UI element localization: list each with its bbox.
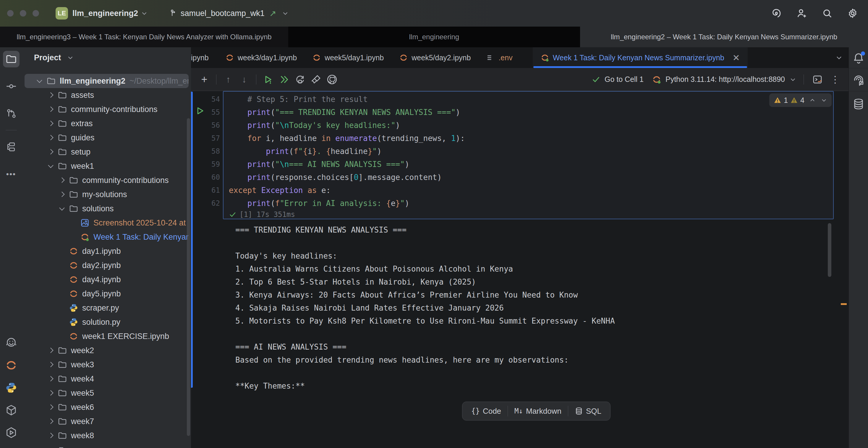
ai-chat-icon (852, 73, 865, 86)
tree-item-community-contributions[interactable]: community-contributions (22, 102, 191, 117)
close-window-button[interactable] (7, 10, 13, 17)
add-code-cell-button[interactable]: {} Code (465, 402, 507, 420)
notifications-button[interactable] (851, 51, 866, 65)
folder-icon (58, 90, 67, 100)
code-cell[interactable]: # Step 5: Print the result print("=== TR… (223, 91, 834, 219)
tree-item-week1-exercise[interactable]: week1 EXERCISE.ipynb (22, 329, 191, 343)
tree-item-week1-community-contributions[interactable]: community-contributions (22, 173, 191, 187)
tree-item-screenshot[interactable]: Screenshot 2025-10-24 at (22, 216, 191, 230)
tree-item-day1[interactable]: day1.ipynb (22, 244, 191, 258)
hugging-face-tool-button[interactable] (4, 336, 18, 350)
tree-item-root[interactable]: llm_engineering2 ~/Desktop/llm_en (25, 74, 189, 88)
inspections-widget[interactable]: 1 4 (769, 93, 832, 107)
tree-item-day4[interactable]: day4.ipynb (22, 273, 191, 287)
line-number: 62 (199, 197, 220, 210)
search-everywhere-button[interactable] (821, 7, 834, 20)
jupyter-notebook-icon (540, 53, 549, 62)
python-console-tool-button[interactable] (4, 381, 18, 395)
editor-tab-week5-day2[interactable]: week5/day2.ipynb (392, 47, 478, 68)
editor-scrollbar[interactable] (828, 223, 831, 277)
structure-tool-button[interactable] (3, 138, 20, 155)
folder-icon (58, 133, 67, 142)
tree-item-week1-task-notebook[interactable]: Week 1 Task: Daily Kenyar (22, 230, 191, 244)
add-sql-cell-button[interactable]: SQL (568, 402, 608, 420)
tree-item-week2[interactable]: week2 (22, 343, 191, 358)
python-packages-tool-button[interactable] (4, 403, 18, 417)
editor-tab-week5-day1[interactable]: week5/day1.ipynb (305, 47, 392, 68)
goto-cell-button[interactable]: Go to Cell 1 (604, 75, 644, 84)
code-with-me-button[interactable] (795, 7, 808, 20)
tree-item-env[interactable]: .env (22, 443, 191, 448)
restart-kernel-button[interactable] (293, 73, 307, 86)
ai-spiral-icon (770, 7, 782, 19)
window-tab-llm-engineering[interactable]: llm_engineering (288, 27, 580, 47)
tree-item-week8[interactable]: week8 (22, 428, 191, 443)
tree-item-day5[interactable]: day5.ipynb (22, 287, 191, 301)
more-options-button[interactable]: ⋮ (828, 73, 842, 86)
ai-assistant-button[interactable] (770, 7, 783, 20)
tree-item-setup[interactable]: setup (22, 145, 191, 159)
chevron-right-icon (46, 104, 56, 115)
window-tab-llm-engineering2[interactable]: llm_engineering2 – Week 1 Task: Daily Ke… (580, 27, 868, 47)
tree-item-week5[interactable]: week5 (22, 386, 191, 400)
settings-button[interactable] (846, 7, 859, 20)
kernel-selector[interactable]: Python 3.11.14: http://localhost:8890 (665, 75, 785, 84)
close-tab-icon[interactable]: ✕ (733, 53, 740, 63)
tree-item-scraper-py[interactable]: scraper.py (22, 301, 191, 315)
zoom-window-button[interactable] (33, 10, 39, 17)
database-tool-button[interactable] (851, 97, 866, 111)
error-stripe-mark[interactable] (841, 303, 847, 305)
more-tools-button[interactable]: ••• (3, 166, 20, 182)
run-all-cells-button[interactable] (277, 73, 291, 86)
tree-item-day2[interactable]: day2.ipynb (22, 258, 191, 273)
hexagon-play-icon (5, 426, 18, 439)
minimize-window-button[interactable] (20, 10, 26, 17)
tree-item-week7[interactable]: week7 (22, 414, 191, 428)
window-tab-llm-engineering3[interactable]: llm_engineering3 – Week 1 Task: Kenyan D… (0, 27, 288, 47)
jupyter-console-button[interactable] (811, 73, 824, 86)
run-line-icon[interactable] (195, 106, 205, 116)
tree-item-assets[interactable]: assets (22, 88, 191, 102)
jupyter-tool-button[interactable] (4, 358, 18, 372)
clear-outputs-button[interactable] (309, 73, 323, 86)
next-issue-icon[interactable] (820, 97, 828, 104)
tree-item-week1[interactable]: week1 (22, 159, 191, 173)
tree-item-guides[interactable]: guides (22, 131, 191, 145)
chevron-spacer (57, 303, 67, 313)
github-button[interactable] (325, 73, 339, 86)
jupyter-notebook-icon (80, 232, 90, 242)
line-number: 61 (199, 184, 220, 197)
tree-item-week6[interactable]: week6 (22, 400, 191, 414)
move-cell-up-button[interactable]: ↑ (221, 73, 235, 86)
services-tool-button[interactable] (4, 425, 18, 440)
tree-item-extras[interactable]: extras (22, 117, 191, 131)
previous-issue-icon[interactable] (809, 97, 816, 104)
pull-requests-tool-button[interactable] (3, 105, 20, 122)
editor-tab-active-week1-task[interactable]: Week 1 Task: Daily Kenyan News Summarize… (533, 47, 748, 68)
ai-chat-tool-button[interactable] (851, 73, 866, 87)
divider (849, 68, 868, 68)
vcs-branch-widget[interactable]: samuel_bootcamp_wk1 ↗ (169, 8, 289, 18)
tree-item-week4[interactable]: week4 (22, 372, 191, 386)
chevron-spacer (46, 445, 56, 448)
editor-tab-week3-day1[interactable]: week3/day1.ipynb (218, 47, 305, 68)
project-selector[interactable]: llm_engineering2 (72, 9, 138, 18)
add-markdown-cell-button[interactable]: M↓ Markdown (508, 402, 568, 420)
tab-list-chevron-icon[interactable] (835, 54, 843, 62)
editor-tab-clipped[interactable]: ipynb (191, 47, 209, 68)
tree-item-week3[interactable]: week3 (22, 358, 191, 372)
divider (804, 74, 804, 85)
project-panel-header[interactable]: Project (22, 47, 191, 68)
move-cell-down-button[interactable]: ↓ (238, 73, 251, 86)
project-tool-button[interactable] (3, 51, 20, 67)
add-cell-button[interactable]: + (197, 73, 211, 86)
folder-icon (69, 175, 79, 185)
commit-tool-button[interactable] (3, 78, 20, 95)
editor-tab-env[interactable]: .env (478, 47, 520, 68)
project-tree-scrollbar[interactable] (187, 118, 190, 436)
tree-item-my-solutions[interactable]: my-solutions (22, 187, 191, 201)
run-cell-button[interactable] (261, 73, 275, 86)
tree-item-solutions[interactable]: solutions (22, 201, 191, 216)
tree-item-solution-py[interactable]: solution.py (22, 315, 191, 329)
notebook-editor[interactable]: 54 55 56 57 58 59 60 61 62 # Step 5: Pri… (191, 91, 848, 448)
